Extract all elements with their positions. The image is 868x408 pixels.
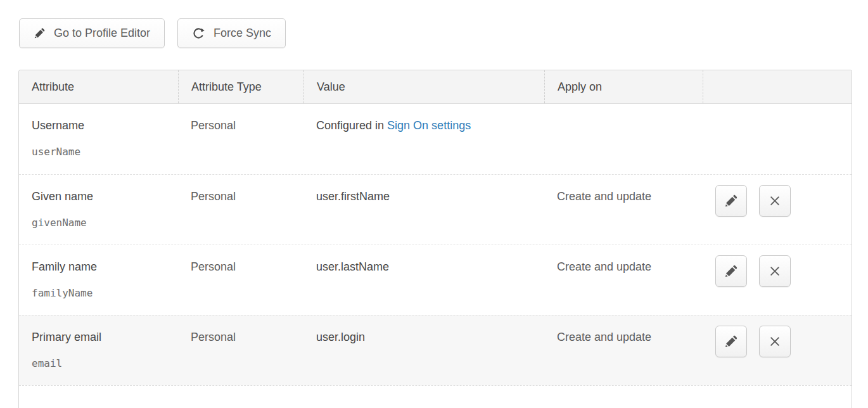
row-actions [703,316,852,385]
x-icon [767,193,782,208]
attribute-value: user.lastName [316,260,532,274]
column-header-attribute-type: Attribute Type [178,70,303,103]
delete-attribute-button[interactable] [759,255,791,287]
attribute-variable-name: userName [32,146,165,158]
table-row-family-name: Family name familyName Personal user.las… [19,245,852,315]
attribute-label: Given name [32,190,165,203]
edit-attribute-button[interactable] [715,326,747,357]
force-sync-button[interactable]: Force Sync [177,18,286,48]
value-prefix: Configured in [316,119,387,132]
force-sync-label: Force Sync [214,27,271,40]
attribute-variable-name: email [32,357,165,369]
attribute-type: Personal [191,119,291,132]
attribute-value: user.firstName [316,190,532,203]
attribute-value: Configured in Sign On settings [316,119,532,132]
table-row-partial [19,385,852,408]
attribute-label: Family name [32,260,165,274]
column-header-apply-on: Apply on [544,70,703,103]
column-header-value: Value [303,70,544,103]
attribute-type: Personal [191,260,291,274]
edit-attribute-button[interactable] [715,255,747,287]
attribute-label: Username [32,119,165,132]
attribute-variable-name: givenName [32,217,165,229]
refresh-icon [192,27,205,40]
table-row-primary-email: Primary email email Personal user.login … [19,315,852,385]
table-header-row: Attribute Attribute Type Value Apply on [19,70,852,104]
attribute-type: Personal [191,331,291,344]
pencil-icon [724,264,738,278]
table-row-given-name: Given name givenName Personal user.first… [19,174,852,245]
attribute-label: Primary email [32,331,165,344]
row-actions [703,245,852,315]
attribute-mapping-table: Attribute Attribute Type Value Apply on … [18,70,852,408]
attribute-value: user.login [316,331,532,344]
attribute-variable-name: familyName [32,287,165,299]
column-header-attribute: Attribute [19,70,178,103]
go-to-profile-editor-button[interactable]: Go to Profile Editor [19,18,165,48]
sign-on-settings-link[interactable]: Sign On settings [387,119,471,132]
edit-attribute-button[interactable] [715,185,747,217]
row-actions [703,175,852,245]
pencil-icon [724,335,738,348]
pencil-icon [34,27,46,39]
pencil-icon [724,194,738,208]
delete-attribute-button[interactable] [759,185,791,217]
apply-on-value: Create and update [557,260,690,274]
column-header-actions [703,70,852,103]
toolbar: Go to Profile Editor Force Sync [19,18,286,48]
x-icon [767,264,782,279]
table-row-username: Username userName Personal Configured in… [19,104,852,174]
x-icon [767,334,782,349]
go-to-profile-editor-label: Go to Profile Editor [54,27,150,40]
delete-attribute-button[interactable] [759,326,791,357]
apply-on-value: Create and update [557,331,690,344]
apply-on-value: Create and update [557,190,690,203]
attribute-type: Personal [191,190,291,203]
row-actions [703,104,852,174]
